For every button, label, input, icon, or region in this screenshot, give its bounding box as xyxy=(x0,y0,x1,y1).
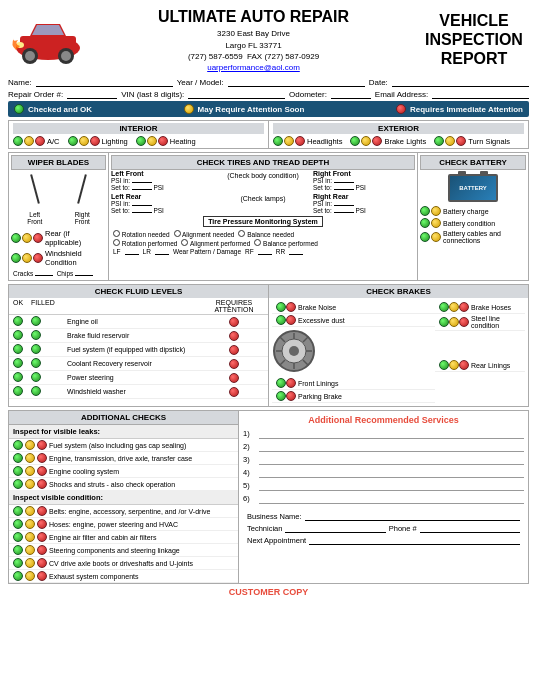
afuel-label: Fuel system (also including gas cap seal… xyxy=(49,442,234,449)
battery-section: CHECK BATTERY BATTERY Battery charge xyxy=(418,153,528,280)
acv-red xyxy=(37,558,47,568)
balance-performed-cb[interactable] xyxy=(254,239,261,246)
attention-soon-dot xyxy=(184,104,194,114)
phone-label: Phone # xyxy=(389,524,417,533)
rec-line-3[interactable] xyxy=(259,455,524,465)
add-engine-trans: Engine, transmission, drive axle, transf… xyxy=(9,452,238,465)
bcables-label: Battery cables and connections xyxy=(443,230,526,244)
lf-psi-in: PSI in: xyxy=(111,177,213,184)
fuel-ok xyxy=(13,344,23,354)
brl-red xyxy=(459,360,469,370)
alignment-performed-cb[interactable] xyxy=(181,239,188,246)
bd-green xyxy=(276,315,286,325)
attention-soon-label: May Require Attention Soon xyxy=(198,105,305,114)
odometer-field[interactable] xyxy=(331,89,371,99)
afilter-label: Engine air filter and cabin air filters xyxy=(49,534,234,541)
repair-row: Repair Order #: VIN (last 8 digits): Odo… xyxy=(8,89,529,99)
bh-yellow xyxy=(449,302,459,312)
ws-filled xyxy=(31,386,41,396)
brake-hoses: Brake Hoses xyxy=(435,301,525,314)
ac-yellow xyxy=(24,136,34,146)
acool-yellow xyxy=(25,466,35,476)
rec-item-1: 1) xyxy=(243,429,524,439)
rf-cell: Right Front PSI in: Set to: PSI xyxy=(313,170,415,191)
asteer-label: Steering components and steering linkage xyxy=(49,547,234,554)
rec-line-1[interactable] xyxy=(259,429,524,439)
rec-line-2[interactable] xyxy=(259,442,524,452)
fluid-fuel: Fuel system (if equipped with dipstick) xyxy=(9,343,268,357)
ac-red xyxy=(35,136,45,146)
lighting-green xyxy=(68,136,78,146)
afuel-yellow xyxy=(25,440,35,450)
windshield-red xyxy=(33,253,43,263)
email-field[interactable] xyxy=(432,89,529,99)
date-label: Date: xyxy=(369,78,388,87)
battery-condition: Battery condition xyxy=(420,218,526,228)
check-body-label: (Check body condition) xyxy=(213,170,313,179)
tire-top-row: Left Front PSI in: Set to: PSI (Check bo… xyxy=(111,170,415,191)
rec-item-3: 3) xyxy=(243,455,524,465)
business-section: Business Name: Technician Phone # Next A… xyxy=(243,507,524,551)
bcondition-green xyxy=(420,218,430,228)
interior-header: INTERIOR xyxy=(13,123,264,134)
lf-cell: Left Front PSI in: Set to: PSI xyxy=(111,170,213,191)
exterior-item-headlights: Headlights xyxy=(273,136,342,146)
immediate-label: Requires Immediate Attention xyxy=(410,105,523,114)
battery-body: BATTERY xyxy=(448,174,498,202)
rec-line-4[interactable] xyxy=(259,468,524,478)
ashock-label: Shocks and struts - also check operation xyxy=(49,481,234,488)
rec-line-6[interactable] xyxy=(259,494,524,504)
lf-label: Left Front xyxy=(111,170,213,177)
bd-red xyxy=(286,315,296,325)
aexhaust-yellow xyxy=(25,571,35,581)
rotation-performed-cb[interactable] xyxy=(113,239,120,246)
tpms-label: Tire Pressure Monitoring System xyxy=(203,216,323,227)
bcables-yellow xyxy=(431,232,441,242)
rotation-needed-cb[interactable] xyxy=(113,230,120,237)
exterior-item-brake-lights: Brake Lights xyxy=(350,136,426,146)
business-name-row: Business Name: xyxy=(247,511,520,521)
name-row: Name: Year / Model: Date: xyxy=(8,77,529,87)
aexhaust-red xyxy=(37,571,47,581)
repair-order-field[interactable] xyxy=(67,89,117,99)
eoil-filled xyxy=(31,316,41,326)
brakes-header: CHECK BRAKES xyxy=(269,285,528,298)
year-model-field[interactable] xyxy=(228,77,365,87)
cracks-label: Cracks xyxy=(13,270,33,277)
bf-label: Brake fluid reservoir xyxy=(67,332,204,339)
bcondition-label: Battery condition xyxy=(443,220,495,227)
fluid-label-col xyxy=(67,299,204,313)
bcharge-label: Battery charge xyxy=(443,208,489,215)
phone-field[interactable] xyxy=(420,523,520,533)
rr-label: Right Rear xyxy=(313,193,415,200)
bn-green xyxy=(276,302,286,312)
business-name-field[interactable] xyxy=(305,511,520,521)
battery-terminal-neg xyxy=(480,171,488,176)
lr-cell: Left Rear PSI in: Set to: PSI xyxy=(111,193,213,214)
int-ext-section: INTERIOR A/C Lighting xyxy=(8,120,529,149)
add-belts: Belts: engine, accessory, serpentine, an… xyxy=(9,505,238,518)
bp-label: Parking Brake xyxy=(298,393,342,400)
vin-field[interactable] xyxy=(188,89,285,99)
bf-ok xyxy=(13,330,23,340)
add-cv-axle: CV drive axle boots or driveshafts and U… xyxy=(9,557,238,570)
technician-field[interactable] xyxy=(285,523,385,533)
rf-psi-in: PSI in: xyxy=(313,177,415,184)
date-field[interactable] xyxy=(392,77,529,87)
ahoses-yellow xyxy=(25,519,35,529)
battery-cables: Battery cables and connections xyxy=(420,230,526,244)
name-field[interactable] xyxy=(36,77,173,87)
headlights-label: Headlights xyxy=(307,137,342,146)
email[interactable]: uarperformance@aol.com xyxy=(88,62,419,73)
alignment-needed-cb[interactable] xyxy=(174,230,181,237)
bf-req xyxy=(229,331,239,341)
fuel-req xyxy=(229,345,239,355)
rf-set-to: Set to: PSI xyxy=(313,184,415,191)
wiper-diagram: LeftFront RightFront xyxy=(11,174,106,225)
rec-line-5[interactable] xyxy=(259,481,524,491)
aexhaust-label: Exhaust system components xyxy=(49,573,234,580)
fuel-filled xyxy=(31,344,41,354)
next-appt-field[interactable] xyxy=(309,535,520,545)
inspect-leaks-header: Inspect for visible leaks: xyxy=(9,425,238,439)
balance-needed-cb[interactable] xyxy=(238,230,245,237)
